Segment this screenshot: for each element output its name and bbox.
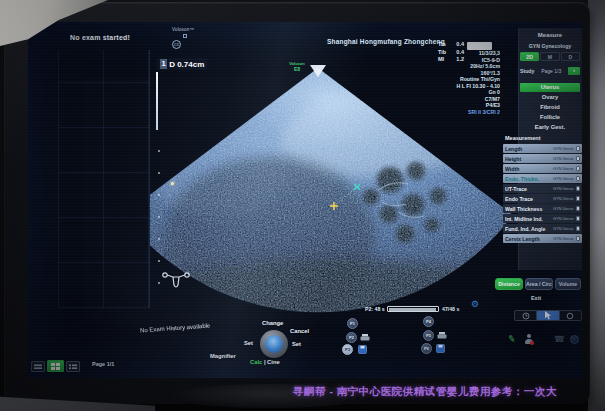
row-checkbox[interactable] xyxy=(576,226,581,231)
circle-icon xyxy=(566,312,574,320)
measurement-row-endo-trace[interactable]: Endo TraceGYN Uterus xyxy=(503,194,582,203)
measurement-row-wall-thickness[interactable]: Wall ThicknessGYN Uterus xyxy=(503,204,582,213)
cursor-icon xyxy=(544,311,552,320)
thumbnail-grid xyxy=(58,50,150,308)
brand-name: Voluson™ xyxy=(172,27,212,32)
study-page: Page 1/3 xyxy=(534,68,568,74)
depth-scale-dots xyxy=(158,150,161,284)
patient-icon[interactable] xyxy=(524,334,534,345)
measurement-row-length[interactable]: LengthGYN Uterus xyxy=(503,144,582,153)
detail-list-icon xyxy=(69,364,77,370)
study-item-follicle[interactable]: Follicle xyxy=(520,113,580,122)
layout-detail-button[interactable] xyxy=(66,361,80,372)
study-label: Study xyxy=(520,68,534,74)
tab-2d[interactable]: 2D xyxy=(520,52,539,61)
trackball-topright-label: Cancel xyxy=(290,328,309,334)
row-checkbox[interactable] xyxy=(576,166,581,171)
row-checkbox[interactable] xyxy=(576,146,581,151)
study-item-fibroid[interactable]: Fibroid xyxy=(520,103,580,112)
pkey-button-active[interactable]: P3 xyxy=(342,344,353,355)
phone-icon[interactable]: ☎ xyxy=(554,334,565,344)
measurement-rows: LengthGYN Uterus HeightGYN Uterus WidthG… xyxy=(503,144,582,244)
hospital-name: Shanghai Hongmufang Zhongcheng xyxy=(327,38,445,45)
exam-status-text: No exam started! xyxy=(70,34,130,41)
layout-grid-button[interactable] xyxy=(47,360,64,372)
trackball-bottomleft-label: Magnifier xyxy=(210,353,236,359)
panel-title: Measure xyxy=(518,32,582,38)
probe-orientation-marker: Voluson E8 xyxy=(284,62,310,72)
grid-icon xyxy=(51,363,60,370)
trackball-right-label: Set xyxy=(292,341,301,347)
wall-right xyxy=(588,0,605,411)
ultrasound-screen: No exam started! Voluson™ GE 1 D 0.74cm … xyxy=(28,22,582,378)
brand-logo: Voluson™ GE xyxy=(172,27,212,50)
measurement-row-int-midline[interactable]: Int. Midline Ind.GYN Uterus xyxy=(503,214,582,223)
study-list: Uterus Ovary Fibroid Follicle Early Gest… xyxy=(520,83,580,133)
segment-clock[interactable] xyxy=(515,311,537,320)
watermark-caption: 寻嗣帮 - 南宁中心医院供精试管婴儿费用参考：一次大 xyxy=(293,385,557,399)
ti-label: Tis xyxy=(438,41,446,49)
layout-list-button[interactable] xyxy=(31,361,45,372)
cine-bar-label: P2: 48 s xyxy=(365,306,385,312)
exam-history-text: No Exam History available xyxy=(140,323,211,334)
study-item-ovary[interactable]: Ovary xyxy=(520,93,580,102)
marker-line2: E8 xyxy=(284,67,310,73)
pkey-button[interactable]: P1 xyxy=(347,318,358,329)
list-icon xyxy=(34,364,42,370)
tab-d[interactable]: D xyxy=(561,52,580,61)
study-item-early-gest[interactable]: Early Gest. xyxy=(520,123,580,132)
cine-bar-status: 47/48 s xyxy=(442,306,459,312)
row-checkbox[interactable] xyxy=(576,216,581,221)
study-pager: Study Page 1/3 › xyxy=(520,66,580,75)
brand-mark-icon xyxy=(183,34,187,38)
row-checkbox[interactable] xyxy=(576,176,581,181)
mode-tabs: 2D M D xyxy=(520,52,580,61)
pointer-mode-segments xyxy=(514,310,582,321)
ge-logo-icon: GE xyxy=(172,40,181,49)
segment-cursor[interactable] xyxy=(537,311,559,320)
tab-m[interactable]: M xyxy=(540,52,559,61)
measurement-row-width[interactable]: WidthGYN Uterus xyxy=(503,164,582,173)
cine-progress-bar xyxy=(387,306,439,312)
clock-icon xyxy=(522,312,530,320)
study-item-uterus[interactable]: Uterus xyxy=(520,83,580,92)
row-checkbox[interactable] xyxy=(576,206,581,211)
pkey-button[interactable]: P6 xyxy=(421,343,432,354)
save-disk-icon xyxy=(436,344,445,353)
row-checkbox[interactable] xyxy=(576,236,581,241)
measurement-row-cervix-length[interactable]: Cervix LengthGYN Uterus xyxy=(503,234,582,243)
pkey-button[interactable]: P4 xyxy=(423,316,434,327)
distance-button[interactable]: Distance xyxy=(495,278,523,290)
save-disk-icon xyxy=(358,345,367,354)
bright-caliper-dot xyxy=(171,182,174,185)
cine-progress-fill xyxy=(389,308,436,311)
study-next-button[interactable]: › xyxy=(568,67,580,75)
panel-category: GYN Gynecology xyxy=(518,43,582,49)
cine-settings-gear-icon[interactable]: ⚙ xyxy=(471,299,479,309)
printer-icon xyxy=(360,334,370,342)
trackball-bottom-label: Calc | Cine xyxy=(250,359,280,365)
pkey-button[interactable]: P5 xyxy=(423,330,434,341)
trackball-icon[interactable] xyxy=(260,330,288,358)
measurement-row-fund-angle[interactable]: Fund. Ind. AngleGYN Uterus xyxy=(503,224,582,233)
pkey-button[interactable]: P2 xyxy=(346,332,357,343)
measurement-row-height[interactable]: HeightGYN Uterus xyxy=(503,154,582,163)
row-checkbox[interactable] xyxy=(576,186,581,191)
uterus-bodymark-icon xyxy=(160,268,192,292)
measurement-row-ut-trace[interactable]: UT-TraceGYN Uterus xyxy=(503,184,582,193)
ultrasound-fan-image xyxy=(150,62,520,318)
measurement-row-endo-thickn[interactable]: Endo. Thickn.GYN Uterus xyxy=(503,174,582,183)
volume-button[interactable]: Volume xyxy=(555,278,581,290)
utility-icon-row: ✎ ☎ xyxy=(496,333,582,347)
area-circ-button[interactable]: Area / Circ xyxy=(525,278,553,290)
segment-circle[interactable] xyxy=(560,311,581,320)
row-checkbox[interactable] xyxy=(576,196,581,201)
trackball-top-label: Change xyxy=(262,320,283,326)
exit-button[interactable]: Exit xyxy=(496,295,576,301)
printer-icon xyxy=(437,332,447,340)
trackball-left-label: Set xyxy=(244,340,253,346)
row-checkbox[interactable] xyxy=(576,156,581,161)
network-globe-icon[interactable] xyxy=(570,335,579,344)
photo-scene: No exam started! Voluson™ GE 1 D 0.74cm … xyxy=(0,0,605,411)
annotate-pencil-icon[interactable]: ✎ xyxy=(507,333,516,344)
